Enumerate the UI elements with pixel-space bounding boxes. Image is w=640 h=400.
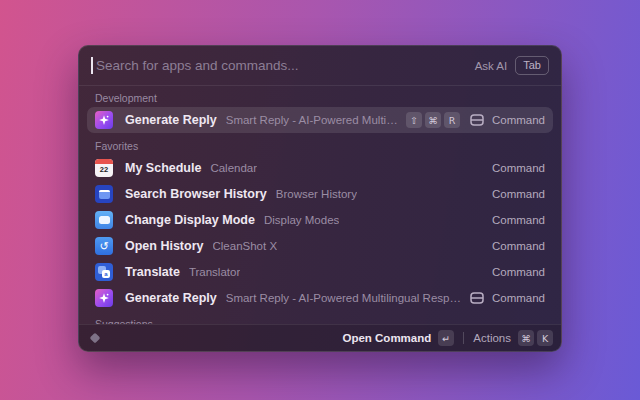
- item-subtitle: Smart Reply - AI-Powered Multilingual Re…: [226, 292, 464, 304]
- keycap: ⇧: [406, 112, 422, 128]
- command-window-icon: [470, 114, 484, 126]
- calendar-icon: 22: [95, 159, 113, 177]
- list-item[interactable]: 22My ScheduleCalendarCommand: [87, 155, 553, 181]
- footer-bar: Open Command ↵ Actions ⌘K: [79, 324, 561, 351]
- actions-button[interactable]: Actions: [473, 332, 511, 344]
- list-item[interactable]: Generate ReplySmart Reply - AI-Powered M…: [87, 285, 553, 311]
- search-bar: Search for apps and commands... Ask AI T…: [79, 46, 561, 86]
- item-type-label: Command: [492, 240, 545, 252]
- list-item[interactable]: ↺Open HistoryCleanShot XCommand: [87, 233, 553, 259]
- open-command-button[interactable]: Open Command: [342, 332, 431, 344]
- item-type-label: Command: [492, 114, 545, 126]
- command-window-icon: [470, 292, 484, 304]
- tab-keycap: Tab: [515, 56, 549, 75]
- item-title: Generate Reply: [125, 291, 217, 305]
- browser-icon: [95, 185, 113, 203]
- ask-ai-label[interactable]: Ask AI: [475, 60, 508, 72]
- history-icon: ↺: [95, 237, 113, 255]
- item-type-label: Command: [492, 214, 545, 226]
- item-subtitle: Smart Reply - AI-Powered Multilingual Re…: [226, 114, 400, 126]
- desktop-background: { "search": { "placeholder": "Search for…: [0, 0, 640, 400]
- keycap: ⌘: [518, 330, 534, 346]
- launcher-window: Search for apps and commands... Ask AI T…: [78, 45, 562, 352]
- list-item[interactable]: Generate ReplySmart Reply - AI-Powered M…: [87, 107, 553, 133]
- item-subtitle: Display Modes: [264, 214, 339, 226]
- keycap: ⌘: [425, 112, 441, 128]
- section-label: Development: [87, 89, 553, 107]
- item-title: Open History: [125, 239, 204, 253]
- item-subtitle: Translator: [189, 266, 240, 278]
- footer-divider: [463, 332, 464, 344]
- list-item[interactable]: Change Display ModeDisplay ModesCommand: [87, 207, 553, 233]
- item-subtitle: Calendar: [210, 162, 257, 174]
- item-title: My Schedule: [125, 161, 201, 175]
- enter-keycap: ↵: [438, 330, 454, 346]
- item-type-label: Command: [492, 292, 545, 304]
- item-subtitle: Browser History: [276, 188, 357, 200]
- item-title: Generate Reply: [125, 113, 217, 127]
- raycast-logo-icon: [87, 330, 103, 346]
- item-type-label: Command: [492, 188, 545, 200]
- smart-reply-icon: [95, 289, 113, 307]
- section-label: Favorites: [87, 137, 553, 155]
- item-title: Translate: [125, 265, 180, 279]
- text-cursor: [91, 57, 93, 74]
- translate-icon: a: [95, 263, 113, 281]
- results-list: DevelopmentGenerate ReplySmart Reply - A…: [79, 86, 561, 324]
- item-type-label: Command: [492, 162, 545, 174]
- list-item[interactable]: Search Browser HistoryBrowser HistoryCom…: [87, 181, 553, 207]
- item-subtitle: CleanShot X: [213, 240, 278, 252]
- smart-reply-icon: [95, 111, 113, 129]
- list-item[interactable]: aTranslateTranslatorCommand: [87, 259, 553, 285]
- keycap: R: [444, 112, 460, 128]
- item-title: Search Browser History: [125, 187, 267, 201]
- keycap: K: [537, 330, 553, 346]
- search-input[interactable]: Search for apps and commands...: [96, 58, 475, 73]
- section-label: Suggestions: [87, 315, 553, 324]
- item-title: Change Display Mode: [125, 213, 255, 227]
- item-type-label: Command: [492, 266, 545, 278]
- actions-shortcut: ⌘K: [518, 330, 553, 346]
- shortcut-keys: ⇧⌘R: [406, 112, 460, 128]
- display-icon: [95, 211, 113, 229]
